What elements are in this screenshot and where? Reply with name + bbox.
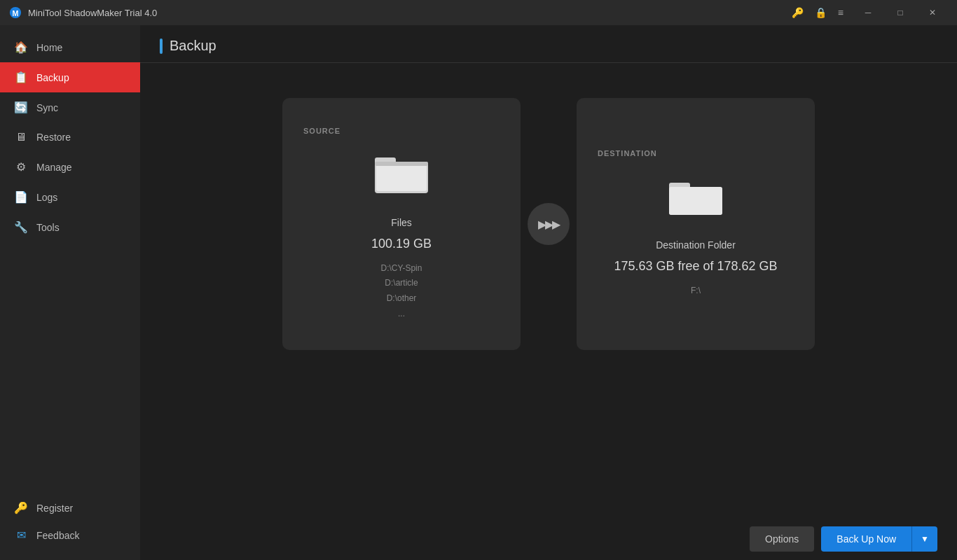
sidebar-label-register: Register [36, 503, 73, 514]
lock-icon[interactable]: 🔒 [815, 7, 827, 18]
folder-icon [668, 172, 724, 228]
sidebar-item-home[interactable]: 🏠 Home [0, 32, 140, 62]
sidebar-label-logs: Logs [36, 192, 57, 203]
destination-size: 175.63 GB free of 178.62 GB [614, 259, 777, 274]
app-logo: M [8, 6, 22, 20]
manage-icon: ⚙ [14, 160, 28, 174]
titlebar-icons: 🔑 🔒 ≡ [792, 7, 844, 18]
arrow-container: ▶▶▶ [521, 98, 577, 350]
app-title: MiniTool ShadowMaker Trial 4.0 [28, 8, 792, 18]
source-label: SOURCE [303, 127, 340, 135]
sidebar-item-backup[interactable]: 📋 Backup [0, 62, 140, 92]
sidebar-item-tools[interactable]: 🔧 Tools [0, 212, 140, 242]
arrow-symbol: ▶▶▶ [538, 218, 559, 231]
page-title: Backup [170, 38, 216, 54]
sidebar-label-backup: Backup [36, 72, 69, 83]
sidebar: 🏠 Home 📋 Backup 🔄 Sync 🖥 Restore ⚙ Manag… [0, 25, 140, 560]
svg-rect-4 [376, 163, 427, 191]
sidebar-label-manage: Manage [36, 162, 72, 173]
header-accent [160, 38, 163, 54]
minimize-button[interactable]: ─ [852, 0, 884, 25]
close-button[interactable]: ✕ [916, 0, 949, 25]
sync-icon: 🔄 [14, 101, 28, 114]
sidebar-item-register[interactable]: 🔑 Register [0, 494, 140, 522]
svg-text:M: M [13, 9, 19, 18]
source-name: Files [391, 217, 412, 228]
main-content: Backup SOURCE [140, 25, 957, 560]
backup-icon: 📋 [14, 71, 28, 84]
sidebar-label-restore: Restore [36, 132, 71, 143]
logs-icon: 📄 [14, 190, 28, 204]
source-card-inner: SOURCE Files 100.19 GB [303, 119, 500, 329]
page-header: Backup [140, 25, 957, 63]
arrow-circle: ▶▶▶ [528, 203, 570, 245]
options-button[interactable]: Options [750, 526, 814, 552]
register-icon: 🔑 [14, 501, 28, 514]
destination-card-inner: DESTINATION Destination Folder 175.63 GB… [598, 119, 794, 329]
win-controls: ─ □ ✕ [852, 0, 949, 25]
sidebar-item-sync[interactable]: 🔄 Sync [0, 92, 140, 122]
sidebar-label-sync: Sync [36, 102, 58, 113]
menu-icon[interactable]: ≡ [838, 7, 844, 18]
source-size: 100.19 GB [371, 237, 432, 251]
source-path-3: D:\other [381, 291, 422, 307]
source-card[interactable]: SOURCE Files 100.19 GB [282, 98, 521, 350]
destination-name: Destination Folder [656, 239, 736, 251]
backup-area: SOURCE Files 100.19 GB [140, 63, 957, 518]
destination-label: DESTINATION [598, 149, 657, 158]
source-paths: D:\CY-Spin D:\article D:\other ... [381, 261, 422, 321]
home-icon: 🏠 [14, 41, 28, 54]
sidebar-label-home: Home [36, 42, 62, 53]
backup-dropdown-button[interactable]: ▼ [911, 526, 937, 552]
sidebar-label-tools: Tools [36, 222, 60, 233]
destination-card[interactable]: DESTINATION Destination Folder 175.63 GB… [577, 98, 815, 350]
bottom-bar: Options Back Up Now ▼ [140, 518, 957, 560]
feedback-icon: ✉ [14, 528, 28, 542]
sidebar-item-logs[interactable]: 📄 Logs [0, 182, 140, 212]
svg-rect-8 [669, 187, 722, 215]
sidebar-item-manage[interactable]: ⚙ Manage [0, 152, 140, 182]
backup-now-button[interactable]: Back Up Now [821, 526, 911, 552]
svg-rect-5 [375, 162, 428, 166]
layout: 🏠 Home 📋 Backup 🔄 Sync 🖥 Restore ⚙ Manag… [0, 25, 957, 560]
sidebar-item-feedback[interactable]: ✉ Feedback [0, 522, 140, 549]
source-path-2: D:\article [381, 276, 422, 291]
tools-icon: 🔧 [14, 220, 28, 234]
folder-open-icon [373, 149, 429, 206]
key-icon[interactable]: 🔑 [792, 7, 804, 18]
sidebar-item-restore[interactable]: 🖥 Restore [0, 122, 140, 152]
titlebar: M MiniTool ShadowMaker Trial 4.0 🔑 🔒 ≡ ─… [0, 0, 957, 25]
backup-cards: SOURCE Files 100.19 GB [210, 98, 887, 350]
source-path-more: ... [381, 307, 422, 322]
backup-button-group: Back Up Now ▼ [821, 526, 937, 552]
destination-path: F:\ [691, 284, 701, 299]
restore-icon: 🖥 [14, 131, 28, 144]
source-path-1: D:\CY-Spin [381, 261, 422, 276]
sidebar-bottom: 🔑 Register ✉ Feedback [0, 494, 140, 560]
sidebar-label-feedback: Feedback [36, 530, 79, 541]
maximize-button[interactable]: □ [884, 0, 916, 25]
